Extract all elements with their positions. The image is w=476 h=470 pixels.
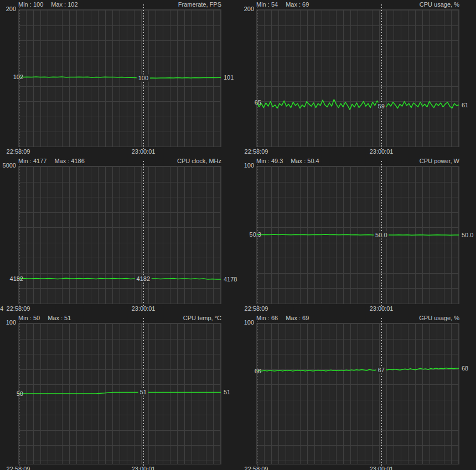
series-value-left: 4182 [10,275,23,282]
minmax-stats: Min : 100Max : 102 [18,1,78,8]
series-value-mid: 59 [376,103,386,110]
time-label-mid: 23:00:01 [370,305,394,312]
plot-area[interactable]: 102 100 101 [18,9,221,147]
panel-header: Min : 49.3Max : 50.4 CPU power, W [256,158,459,164]
max-stat: Max : 69 [286,315,309,321]
time-axis: 22:58:09 23:00:01 [256,148,459,155]
time-axis: 22:58:09 23:00:01 [18,148,221,155]
time-label-mid: 23:00:01 [370,148,394,155]
time-label-start: 22:58:09 [245,466,268,470]
graph-panel-cpu-power: Min : 49.3Max : 50.4 CPU power, W 100 50… [238,156,476,314]
max-stat: Max : 69 [286,1,309,8]
time-label-start: 22:58:09 [7,305,30,312]
y-axis-max-label: 5000 [0,162,16,169]
graph-title: Framerate, FPS [178,1,221,8]
minmax-stats: Min : 49.3Max : 50.4 [256,158,319,164]
series-line [19,166,221,304]
max-stat: Max : 4186 [54,158,84,164]
min-stat: Min : 66 [256,315,278,321]
time-axis: 4 22:58:09 23:00:01 [18,305,221,312]
graph-title: CPU power, W [420,158,459,164]
panel-header: Min : 4177Max : 4186 CPU clock, MHz [18,158,221,164]
graph-panel-framerate: Min : 100Max : 102 Framerate, FPS 200 10… [0,0,238,156]
minmax-stats: Min : 66Max : 69 [256,315,309,321]
series-value-left: 50 [17,390,23,398]
series-value-left: 66 [255,367,261,374]
y-axis-bottom-label: 4 [0,305,3,312]
min-stat: Min : 50 [18,315,40,321]
time-label-mid: 23:00:01 [132,305,156,312]
series-line [257,166,459,304]
graph-title: GPU usage, % [419,315,459,321]
series-value-mid: 51 [138,389,148,396]
time-label-mid: 23:00:01 [132,466,156,470]
time-axis: 22:58:09 23:00:01 [256,305,459,312]
series-value-mid: 50.0 [374,232,389,239]
min-stat: Min : 4177 [18,158,46,164]
series-value-left: 102 [13,74,23,81]
minmax-stats: Min : 4177Max : 4186 [18,158,85,164]
minmax-stats: Min : 54Max : 69 [256,1,309,8]
time-axis: 22:58:09 23:00:01 [256,466,459,470]
plot-area[interactable]: 50 51 51 [18,323,221,464]
max-stat: Max : 102 [51,1,77,8]
max-stat: Max : 51 [48,315,71,321]
graph-panel-gpu-usage: Min : 66Max : 69 GPU usage, % 100 66 67 … [238,314,476,470]
series-line [19,10,221,147]
plot-area[interactable]: 65 59 61 [256,9,459,147]
graph-title: CPU clock, MHz [177,158,221,164]
hardware-monitor-window: { "colors": { "background": "#1e1e1e", "… [0,0,476,470]
series-value-mid: 100 [137,75,150,82]
minmax-stats: Min : 50Max : 51 [18,315,71,321]
series-value-right: 61 [462,101,468,108]
y-axis-max-label: 100 [0,319,16,326]
plot-area[interactable]: 66 67 68 [256,323,459,464]
time-axis: 22:58:09 23:00:01 [18,466,221,470]
plot-area[interactable]: 4182 4182 4178 [18,166,221,304]
graph-panel-cpu-usage: Min : 54Max : 69 CPU usage, % 200 65 59 … [238,0,476,156]
series-value-right: 51 [224,389,230,396]
series-value-right: 68 [462,365,468,372]
series-line [19,323,221,464]
graph-title: CPU temp, °C [183,315,221,321]
min-stat: Min : 54 [256,1,278,8]
y-axis-max-label: 100 [238,319,254,326]
y-axis-max-label: 200 [0,6,16,12]
series-value-right: 50.0 [462,232,473,239]
panel-header: Min : 100Max : 102 Framerate, FPS [18,1,221,8]
y-axis-max-label: 200 [238,6,254,12]
max-stat: Max : 50.4 [291,158,319,164]
time-label-mid: 23:00:01 [132,148,156,155]
min-stat: Min : 49.3 [256,158,283,164]
series-value-mid: 67 [376,366,386,373]
y-axis-max-label: 100 [238,162,254,169]
time-label-start: 22:58:09 [7,148,30,155]
time-label-start: 22:58:09 [245,148,268,155]
graph-panel-cpu-temp: Min : 50Max : 51 CPU temp, °C 100 50 51 … [0,314,238,470]
series-value-mid: 4182 [135,275,152,282]
time-label-mid: 23:00:01 [370,466,394,470]
time-label-start: 22:58:09 [245,305,268,312]
series-line [257,10,459,147]
series-value-left: 50.3 [250,231,261,238]
graph-title: CPU usage, % [420,1,459,8]
series-value-right: 4178 [224,275,237,283]
panel-header: Min : 54Max : 69 CPU usage, % [256,1,459,8]
graph-panel-cpu-clock: Min : 4177Max : 4186 CPU clock, MHz 5000… [0,156,238,314]
plot-area[interactable]: 50.3 50.0 50.0 [256,166,459,304]
min-stat: Min : 100 [18,1,43,8]
graph-grid: Min : 100Max : 102 Framerate, FPS 200 10… [0,0,476,470]
time-label-start: 22:58:09 [7,466,30,470]
panel-header: Min : 50Max : 51 CPU temp, °C [18,315,221,321]
panel-header: Min : 66Max : 69 GPU usage, % [256,315,459,321]
series-line [257,323,459,464]
series-value-right: 101 [224,74,234,81]
series-value-left: 65 [255,98,261,106]
